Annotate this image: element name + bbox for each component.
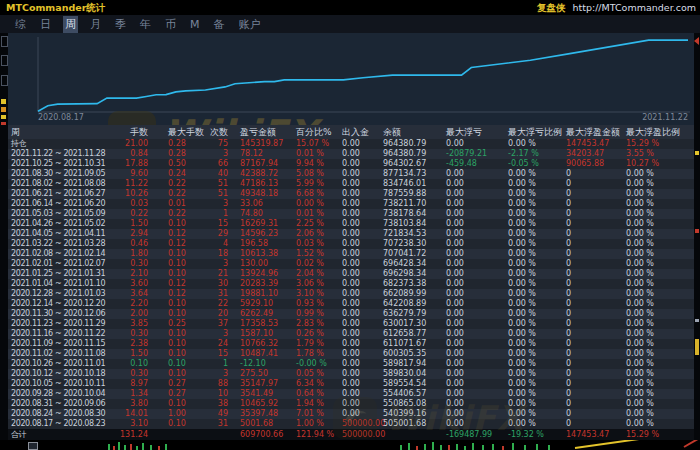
table-row[interactable]: 持仓21.000.2875145319.8715.07 %0.00964380.…: [8, 139, 694, 149]
cell-value: 5929.10: [228, 299, 296, 309]
scroll-marker-icon: [695, 319, 699, 322]
table-row[interactable]: 2021.10.25 ~ 2021.10.3117.880.506687167.…: [8, 159, 694, 169]
cell-value: 0.00 %: [626, 419, 694, 429]
cell-value: 1.00: [148, 409, 206, 419]
cell-value: 10.26: [114, 189, 148, 199]
cell-week: 2020.12.14 ~ 2020.12.20: [8, 299, 114, 309]
table-row[interactable]: 2020.08.24 ~ 2020.08.3014.011.004935397.…: [8, 409, 694, 419]
table-row[interactable]: 2021.06.21 ~ 2021.06.2710.260.225149348.…: [8, 189, 694, 199]
column-header[interactable]: 次数: [206, 125, 228, 139]
table-row[interactable]: 2020.10.05 ~ 2020.10.118.970.278835147.9…: [8, 379, 694, 389]
cell-value: 0: [566, 399, 626, 409]
candle-fragment: [424, 444, 426, 450]
table-row[interactable]: 2021.08.02 ~ 2021.08.0811.220.225147186.…: [8, 179, 694, 189]
tab-周[interactable]: 周: [63, 16, 78, 33]
total-row[interactable]: 合计131.24609700.66121.94 %500000.00-16948…: [8, 429, 694, 440]
table-row[interactable]: 2020.11.30 ~ 2020.12.062.000.10206262.49…: [8, 309, 694, 319]
table-row[interactable]: 2021.04.26 ~ 2021.05.021.500.101516269.3…: [8, 219, 694, 229]
cell-value: 0.00 %: [508, 389, 566, 399]
tab-年[interactable]: 年: [138, 16, 153, 33]
column-header[interactable]: 最大浮亏比例: [508, 125, 566, 139]
candle-fragment: [142, 443, 144, 450]
cell-value: 0.00: [342, 289, 383, 299]
cell-value: 0.12: [148, 229, 206, 239]
table-row[interactable]: 2021.08.30 ~ 2021.09.059.600.244042388.7…: [8, 169, 694, 179]
cell-value: 3.85: [114, 319, 148, 329]
cell-value: 877134.73: [383, 169, 446, 179]
cell-value: 0.00 %: [508, 239, 566, 249]
table-row[interactable]: 2021.11.22 ~ 2021.11.280.840.28378.120.0…: [8, 149, 694, 159]
table-row[interactable]: 2020.11.16 ~ 2020.11.220.300.1031587.100…: [8, 329, 694, 339]
tab-币[interactable]: 币: [163, 16, 178, 33]
table-row[interactable]: 2021.01.25 ~ 2021.01.312.100.102113924.9…: [8, 269, 694, 279]
cell-value: 682373.38: [383, 279, 446, 289]
column-header[interactable]: 余额: [383, 125, 446, 139]
tab-备[interactable]: 备: [212, 16, 227, 33]
cell-value: 1.00 %: [296, 419, 342, 429]
column-header[interactable]: 最大浮亏: [446, 125, 508, 139]
right-marker-strip[interactable]: [694, 33, 700, 440]
tab-季[interactable]: 季: [113, 16, 128, 33]
tab-月[interactable]: 月: [88, 16, 103, 33]
table-row[interactable]: 2020.08.31 ~ 2020.09.063.800.103810465.9…: [8, 399, 694, 409]
cell-value: 147453.47: [566, 429, 626, 440]
cell-value: 0.10: [148, 269, 206, 279]
cell-value: [148, 429, 206, 440]
column-header[interactable]: 百分比%: [296, 125, 342, 139]
cell-value: 1.50: [114, 219, 148, 229]
table-row[interactable]: 2020.09.28 ~ 2020.10.041.340.27103541.49…: [8, 389, 694, 399]
cell-week: 2021.01.04 ~ 2021.01.10: [8, 279, 114, 289]
table-row[interactable]: 2021.03.22 ~ 2021.03.280.460.124196.580.…: [8, 239, 694, 249]
cell-value: 609700.66: [228, 429, 296, 440]
column-header[interactable]: 手数: [114, 125, 148, 139]
column-header[interactable]: 最大浮盈比例: [626, 125, 694, 139]
cell-week: 2021.03.22 ~ 2021.03.28: [8, 239, 114, 249]
cell-value: 0.00: [446, 269, 508, 279]
cell-value: 14596.23: [228, 229, 296, 239]
column-header[interactable]: 盈亏金额: [228, 125, 296, 139]
cell-value: 0.00: [342, 279, 383, 289]
cell-week: 2021.04.05 ~ 2021.04.11: [8, 229, 114, 239]
table-row[interactable]: 2021.01.04 ~ 2021.01.103.600.123020283.3…: [8, 279, 694, 289]
cell-week: 2021.08.02 ~ 2021.08.08: [8, 179, 114, 189]
cell-value: 738103.84: [383, 219, 446, 229]
cell-value: 9.94 %: [296, 159, 342, 169]
left-dock-strip[interactable]: [0, 33, 8, 440]
cell-value: 0.01 %: [296, 209, 342, 219]
table-row[interactable]: 2020.12.14 ~ 2020.12.202.200.10225929.10…: [8, 299, 694, 309]
tab-账户[interactable]: 账户: [237, 16, 263, 33]
cell-value: 0.00: [342, 189, 383, 199]
cell-value: 0.10: [148, 359, 206, 369]
column-header[interactable]: 最大手数: [148, 125, 206, 139]
table-row[interactable]: 2021.02.01 ~ 2021.02.070.300.103130.000.…: [8, 259, 694, 269]
table-row[interactable]: 2021.04.05 ~ 2021.04.112.940.122914596.2…: [8, 229, 694, 239]
table-row[interactable]: 2021.05.03 ~ 2021.05.090.220.22174.800.0…: [8, 209, 694, 219]
table-row[interactable]: 2020.11.09 ~ 2020.11.152.380.102410766.3…: [8, 339, 694, 349]
cell-value: 3.55 %: [626, 149, 694, 159]
cell-value: 147453.47: [566, 139, 626, 149]
table-row[interactable]: 2020.10.26 ~ 2020.11.010.100.101-12.10-0…: [8, 359, 694, 369]
column-header[interactable]: 最大浮盈金额: [566, 125, 626, 139]
cell-value: 31: [206, 419, 228, 429]
table-row[interactable]: 2020.11.02 ~ 2020.11.081.500.101510487.4…: [8, 349, 694, 359]
cell-value: 0: [566, 419, 626, 429]
scroll-thumb[interactable]: [695, 339, 699, 355]
column-header[interactable]: 周: [8, 125, 114, 139]
column-header[interactable]: 出入金: [342, 125, 383, 139]
table-row[interactable]: 2020.08.17 ~ 2020.08.233.100.10315001.68…: [8, 419, 694, 429]
table-row[interactable]: 2021.02.08 ~ 2021.02.141.800.101810613.3…: [8, 249, 694, 259]
tab-综[interactable]: 综: [13, 16, 28, 33]
table-row[interactable]: 2020.11.23 ~ 2020.11.293.850.253717358.5…: [8, 319, 694, 329]
table-row[interactable]: 2021.06.14 ~ 2021.06.200.030.01333.060.0…: [8, 199, 694, 209]
table-row[interactable]: 2020.12.28 ~ 2021.01.033.640.123119881.1…: [8, 289, 694, 299]
cell-value: 8.97: [114, 379, 148, 389]
brand-url-link[interactable]: http://MTCommander.com: [572, 2, 696, 13]
tab-M[interactable]: M: [188, 17, 202, 32]
cell-value: 0.00 %: [508, 209, 566, 219]
cell-value: 1.52 %: [296, 249, 342, 259]
tab-日[interactable]: 日: [38, 16, 53, 33]
cell-value: 0.00 %: [626, 199, 694, 209]
equity-curve-chart: [8, 33, 694, 125]
cell-value: 0.84: [114, 149, 148, 159]
table-row[interactable]: 2020.10.12 ~ 2020.10.180.300.103275.500.…: [8, 369, 694, 379]
